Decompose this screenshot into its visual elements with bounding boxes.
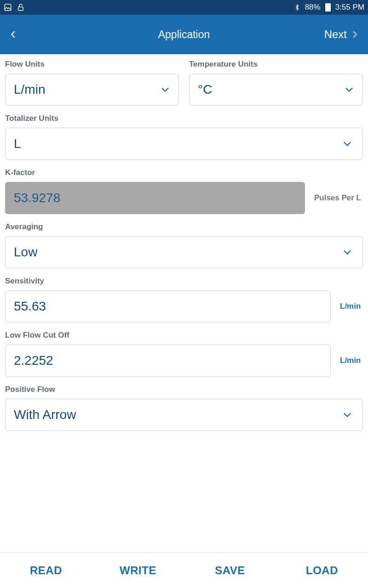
save-button[interactable]: SAVE <box>184 553 276 588</box>
input-low-flow-cutoff[interactable]: 2.2252 <box>5 345 331 377</box>
input-sensitivity[interactable]: 55.63 <box>5 290 331 322</box>
chevron-down-icon <box>342 247 352 257</box>
chevron-down-icon <box>344 85 354 95</box>
unit-sensitivity: L/min <box>340 302 363 311</box>
chevron-down-icon <box>342 139 352 149</box>
label-temperature-units: Temperature Units <box>189 60 363 69</box>
bluetooth-icon <box>293 3 301 11</box>
value-averaging: Low <box>14 245 37 260</box>
unit-low-flow-cutoff: L/min <box>340 356 363 365</box>
field-totalizer-units: Totalizer Units L <box>5 114 363 160</box>
value-low-flow-cutoff: 2.2252 <box>14 353 53 368</box>
battery-percent: 88% <box>305 3 321 12</box>
value-positive-flow: With Arrow <box>14 407 76 422</box>
label-positive-flow: Positive Flow <box>5 385 363 394</box>
next-button[interactable]: Next <box>324 28 359 41</box>
clock-time: 3:55 PM <box>335 3 364 12</box>
input-k-factor: 53.9278 <box>5 182 305 214</box>
value-k-factor: 53.9278 <box>14 191 60 205</box>
form-content: Flow Units L/min Temperature Units °C To… <box>0 54 368 431</box>
picture-icon <box>4 3 12 11</box>
value-sensitivity: 55.63 <box>14 299 46 314</box>
next-label: Next <box>324 28 347 41</box>
label-totalizer-units: Totalizer Units <box>5 114 363 123</box>
write-button[interactable]: WRITE <box>92 553 184 588</box>
status-bar: 88% 3:55 PM <box>0 0 368 15</box>
label-low-flow-cutoff: Low Flow Cut Off <box>5 331 363 340</box>
label-averaging: Averaging <box>5 222 363 232</box>
field-averaging: Averaging Low <box>5 222 363 268</box>
select-averaging[interactable]: Low <box>5 236 363 268</box>
field-sensitivity: Sensitivity 55.63 L/min <box>5 277 363 322</box>
unit-k-factor: Pulses Per L <box>314 193 361 203</box>
chevron-right-icon <box>351 28 359 40</box>
select-temperature-units[interactable]: °C <box>189 74 363 106</box>
label-sensitivity: Sensitivity <box>5 277 363 286</box>
svg-rect-1 <box>18 7 23 11</box>
field-low-flow-cutoff: Low Flow Cut Off 2.2252 L/min <box>5 331 363 377</box>
field-flow-units: Flow Units L/min <box>5 60 179 106</box>
read-button[interactable]: READ <box>0 553 92 588</box>
value-temperature-units: °C <box>198 82 212 97</box>
value-totalizer-units: L <box>14 136 21 151</box>
field-positive-flow: Positive Flow With Arrow <box>5 385 363 431</box>
select-flow-units[interactable]: L/min <box>5 74 179 106</box>
page-title: Application <box>0 28 368 41</box>
label-k-factor: K-factor <box>5 168 363 177</box>
svg-rect-0 <box>5 4 11 11</box>
chevron-down-icon <box>160 85 170 95</box>
app-bar: Application Next <box>0 15 368 54</box>
label-flow-units: Flow Units <box>5 60 179 69</box>
battery-icon <box>325 3 331 11</box>
select-totalizer-units[interactable]: L <box>5 128 363 160</box>
write-label: WRITE <box>120 564 156 577</box>
chevron-down-icon <box>342 410 352 420</box>
field-k-factor: K-factor 53.9278 Pulses Per L <box>5 168 363 214</box>
field-temperature-units: Temperature Units °C <box>189 60 363 106</box>
bottom-bar: READ WRITE SAVE LOAD <box>0 552 368 588</box>
load-button[interactable]: LOAD <box>276 553 368 588</box>
select-positive-flow[interactable]: With Arrow <box>5 399 363 431</box>
lock-open-icon <box>17 3 25 11</box>
value-flow-units: L/min <box>14 82 45 97</box>
read-label: READ <box>30 564 62 577</box>
save-label: SAVE <box>215 564 245 577</box>
load-label: LOAD <box>306 564 338 577</box>
